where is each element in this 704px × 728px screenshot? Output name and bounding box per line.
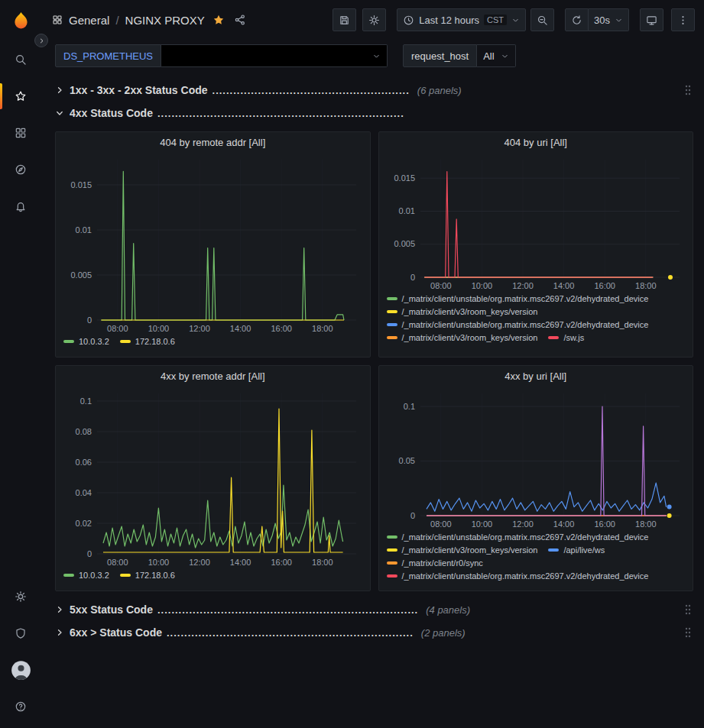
row-drag-handle-icon[interactable] [683, 83, 693, 98]
legend-item[interactable]: /sw.js [548, 333, 584, 342]
svg-text:0.005: 0.005 [394, 239, 415, 248]
top-navbar: General / NGINX PROXY L [41, 0, 704, 40]
star-filled-icon [212, 14, 225, 26]
panel-header[interactable]: 404 by uri [All] [387, 132, 686, 152]
series-color-marker [548, 336, 559, 339]
series-color-marker [387, 574, 397, 578]
svg-text:12:00: 12:00 [189, 558, 210, 567]
timeseries-chart[interactable]: 00.020.040.060.080.108:0010:0012:0014:00… [63, 386, 362, 569]
sidebar-item-dashboards[interactable] [0, 115, 41, 151]
panel-header[interactable]: 4xx by remote addr [All] [63, 366, 362, 386]
zoom-out-time-button[interactable] [530, 8, 554, 31]
panel-title: 4xx by uri [All] [504, 370, 566, 382]
panel-grid: 404 by remote addr [All] 00.0050.010.015… [55, 131, 693, 591]
kebab-menu-button[interactable] [671, 8, 695, 31]
legend-item[interactable]: /_matrix/client/v3/room_keys/version [387, 333, 538, 342]
sidebar-item-starred[interactable] [0, 78, 41, 115]
row-drag-handle-icon[interactable] [683, 625, 693, 640]
dashboard-row-1xx-3xx-2xx[interactable]: 1xx - 3xx - 2xx Status Code ............… [55, 79, 693, 101]
variable-label-request-host[interactable]: request_host [403, 44, 477, 67]
series-name: /_matrix/client/unstable/org.matrix.msc2… [402, 532, 649, 542]
refresh-sync-icon [571, 15, 582, 26]
row-drag-handle-icon[interactable] [683, 602, 693, 617]
gear-icon [15, 590, 27, 603]
chevron-right-icon [55, 605, 64, 614]
legend-item[interactable]: /api/live/ws [548, 545, 605, 555]
sidebar-item-server-admin[interactable] [0, 615, 41, 652]
legend-item[interactable]: /_matrix/client/unstable/org.matrix.msc2… [387, 571, 649, 581]
series-name: /_matrix/client/r0/sync [402, 558, 483, 568]
legend-item[interactable]: 172.18.0.6 [120, 337, 175, 346]
apps-grid-icon [52, 15, 63, 25]
dashboard-row-4xx[interactable]: 4xx Status Code ........................… [55, 102, 693, 124]
series-name: /_matrix/client/unstable/org.matrix.msc2… [402, 571, 649, 581]
svg-text:0.08: 0.08 [76, 427, 92, 436]
variable-label-ds-prometheus[interactable]: DS_PROMETHEUS [55, 44, 161, 67]
legend-item[interactable]: /_matrix/client/unstable/org.matrix.msc2… [387, 294, 649, 303]
sidebar-item-configuration[interactable] [0, 578, 41, 615]
time-range-picker[interactable]: Last 12 hours CST [397, 8, 526, 31]
bell-icon [15, 200, 27, 212]
tv-mode-button[interactable] [640, 8, 663, 31]
toolbar-right: Last 12 hours CST 30s [333, 8, 695, 31]
legend-item[interactable]: 10.0.3.2 [63, 571, 109, 580]
series-name: /_matrix/client/v3/room_keys/version [402, 307, 538, 316]
unstar-dashboard-button[interactable] [211, 12, 226, 28]
sidebar-expand-button[interactable] [34, 34, 48, 47]
svg-text:0.005: 0.005 [70, 270, 92, 280]
legend-item[interactable]: /_matrix/client/unstable/org.matrix.msc2… [387, 532, 649, 542]
clock-icon [403, 15, 414, 26]
svg-text:0.06: 0.06 [76, 458, 92, 467]
question-circle-icon [15, 700, 27, 713]
request-host-value-select[interactable]: All [477, 44, 515, 67]
legend-item[interactable]: 10.0.3.2 [63, 337, 109, 346]
row-title-dots: ........................................… [212, 85, 410, 96]
sidebar-item-alerting[interactable] [0, 188, 41, 225]
series-name: 10.0.3.2 [79, 571, 109, 580]
legend-item[interactable]: /_matrix/client/v3/room_keys/version [387, 307, 538, 316]
legend-item[interactable]: /_matrix/client/r0/sync [387, 558, 483, 568]
dashboard-scroll-area[interactable]: 1xx - 3xx - 2xx Status Code ............… [41, 73, 704, 728]
legend-item[interactable]: /_matrix/client/unstable/org.matrix.msc2… [387, 320, 649, 329]
chevron-right-icon [38, 37, 45, 44]
refresh-interval-select[interactable]: 30s [589, 8, 629, 31]
series-name: 172.18.0.6 [135, 337, 175, 346]
svg-text:10:00: 10:00 [471, 519, 492, 529]
panel-header[interactable]: 4xx by uri [All] [387, 366, 686, 386]
series-color-marker [387, 535, 397, 539]
dashboard-settings-button[interactable] [362, 8, 386, 31]
apps-grid-icon [15, 127, 27, 139]
sidebar [0, 0, 41, 728]
refresh-button[interactable] [565, 8, 589, 31]
svg-text:0.01: 0.01 [76, 225, 92, 235]
series-color-marker [120, 340, 131, 343]
row-title-dots: ........................................… [167, 627, 414, 639]
legend-item[interactable]: /_matrix/client/v3/room_keys/version [387, 545, 538, 555]
chart-legend: /_matrix/client/unstable/org.matrix.msc2… [387, 293, 686, 354]
dashboard-row-5xx[interactable]: 5xx Status Code ........................… [55, 599, 693, 620]
user-avatar [11, 660, 31, 681]
sidebar-item-search[interactable] [0, 41, 41, 78]
sidebar-item-profile[interactable] [0, 652, 41, 688]
dashboard-row-6xx[interactable]: 6xx > Status Code ......................… [55, 622, 693, 643]
panel-4xx-by-remote-addr: 4xx by remote addr [All] 00.020.040.060.… [55, 365, 371, 591]
svg-text:0.015: 0.015 [394, 173, 415, 183]
timeseries-chart[interactable]: 00.050.108:0010:0012:0014:0016:0018:00 [387, 386, 686, 531]
series-name: /_matrix/client/unstable/org.matrix.msc2… [402, 320, 649, 329]
legend-item[interactable]: 172.18.0.6 [120, 571, 175, 580]
grafana-logo[interactable] [0, 0, 41, 41]
timeseries-chart[interactable]: 00.0050.010.01508:0010:0012:0014:0016:00… [387, 152, 686, 293]
datasource-value-select[interactable] [161, 44, 388, 67]
sidebar-item-explore[interactable] [0, 151, 41, 188]
row-title-dots: ........................................… [157, 604, 418, 616]
panel-title: 404 by remote addr [All] [160, 137, 265, 148]
breadcrumb-section[interactable]: General [69, 14, 109, 27]
save-dashboard-button[interactable] [333, 8, 356, 31]
share-dashboard-button[interactable] [232, 12, 248, 28]
panel-header[interactable]: 404 by remote addr [All] [63, 132, 362, 152]
series-color-marker [63, 574, 74, 577]
sidebar-item-help[interactable] [0, 688, 41, 725]
breadcrumb-dashboard-title[interactable]: NGINX PROXY [125, 14, 205, 27]
monitor-icon [646, 15, 657, 26]
timeseries-chart[interactable]: 00.0050.010.01508:0010:0012:0014:0016:00… [63, 152, 362, 335]
